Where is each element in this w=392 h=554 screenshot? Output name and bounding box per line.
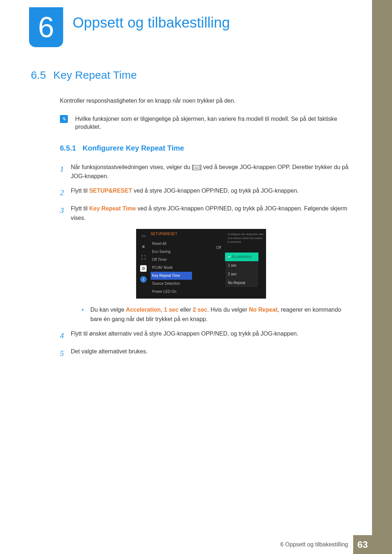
osd-menu: SETUP&RESET Reset All Eco Saving Off Tim… bbox=[148, 231, 192, 296]
opt-accel: Acceleration bbox=[126, 307, 161, 313]
osd-popup: Configure the response rate of a button … bbox=[225, 231, 264, 296]
step2-text-a: Flytt til bbox=[71, 188, 89, 194]
page-number: 63 bbox=[353, 535, 372, 554]
setup-reset-label: SETUP&RESET bbox=[89, 188, 132, 194]
step4-text: Flytt til ønsket alternativ ved å styre … bbox=[71, 329, 350, 342]
osd-item-keyrepeat: Key Repeat Time bbox=[151, 272, 192, 280]
key-repeat-label: Key Repeat Time bbox=[89, 205, 136, 212]
osd-header: SETUP&RESET bbox=[151, 231, 192, 237]
osd-opt-nr: No Repeat bbox=[225, 279, 258, 287]
section-heading: 6.5Key Repeat Time bbox=[31, 69, 350, 81]
section-title: Key Repeat Time bbox=[53, 69, 137, 81]
step-1: 1 Når funksjonstastveiledningen vises, v… bbox=[60, 163, 350, 181]
chapter-number: 6 bbox=[38, 11, 54, 43]
osd-iconbar: ▭ ≡ ⛶ ⚙ i bbox=[138, 231, 148, 296]
osd-item-led: Power LED On bbox=[151, 288, 192, 296]
gear-icon: ⚙ bbox=[140, 265, 147, 272]
menu-icon bbox=[193, 165, 200, 170]
opt-2sec: 2 sec bbox=[193, 307, 207, 313]
osd-item-offtimer: Off Timer bbox=[151, 256, 192, 264]
osd-values: Off bbox=[192, 231, 225, 296]
or-word: eller bbox=[179, 307, 193, 313]
list-icon: ≡ bbox=[140, 243, 147, 250]
step-number: 2 bbox=[60, 186, 71, 199]
footer-label: 6 Oppsett og tilbakestilling bbox=[280, 541, 348, 548]
osd-item-source: Source Detection bbox=[151, 280, 192, 288]
step-5: 5 Det valgte alternativet brukes. bbox=[60, 347, 350, 360]
resize-icon: ⛶ bbox=[140, 254, 147, 261]
osd-description: Configure the response rate of a button … bbox=[228, 233, 264, 244]
osd-item-reset: Reset All bbox=[151, 240, 192, 248]
step-number: 1 bbox=[60, 163, 71, 181]
step-2: 2 Flytt til SETUP&RESET ved å styre JOG-… bbox=[60, 186, 350, 199]
note-block: ✎ Hvilke funksjoner som er tilgjengelige… bbox=[60, 115, 350, 131]
step-number: 3 bbox=[60, 204, 71, 324]
chapter-title: Oppsett og tilbakestilling bbox=[73, 15, 230, 31]
note-icon: ✎ bbox=[60, 115, 68, 123]
step1-text-a: Når funksjonstastveiledningen vises, vel… bbox=[71, 164, 193, 170]
bullet-text-a: Du kan velge bbox=[90, 307, 126, 313]
subsection-number: 6.5.1 bbox=[60, 144, 76, 152]
step3-text-a: Flytt til bbox=[71, 205, 89, 212]
osd-screenshot: ▭ ≡ ⛶ ⚙ i SETUP&RESET Reset All Eco Savi… bbox=[136, 229, 266, 299]
osd-opt-accel: Acceleration bbox=[225, 253, 258, 261]
osd-opt-2s: 2 sec bbox=[225, 270, 258, 279]
osd-opt-1s: 1 sec bbox=[225, 261, 258, 270]
section-number: 6.5 bbox=[31, 69, 46, 81]
subsection-heading: 6.5.1Konfigurere Key Repeat Time bbox=[60, 144, 350, 152]
side-stripe bbox=[372, 0, 392, 554]
step-number: 5 bbox=[60, 347, 71, 360]
page-footer: 6 Oppsett og tilbakestilling 63 bbox=[0, 535, 372, 554]
step-4: 4 Flytt til ønsket alternativ ved å styr… bbox=[60, 329, 350, 342]
chapter-tab: 6 bbox=[29, 7, 63, 47]
osd-item-eco: Eco Saving bbox=[151, 248, 192, 256]
osd-eco-value: Off bbox=[192, 245, 221, 251]
opt-norepeat: No Repeat bbox=[249, 307, 278, 313]
osd-option-panel: Acceleration 1 sec 2 sec No Repeat bbox=[225, 252, 259, 288]
step5-text: Det valgte alternativet brukes. bbox=[71, 347, 350, 360]
subsection-title: Konfigurere Key Repeat Time bbox=[82, 144, 184, 152]
info-icon: i bbox=[140, 276, 147, 283]
step3-bullet: • Du kan velge Acceleration, 1 sec eller… bbox=[82, 305, 350, 324]
section-intro: Kontroller responshastigheten for en kna… bbox=[60, 98, 350, 104]
opt-1sec: 1 sec bbox=[164, 307, 179, 313]
monitor-icon: ▭ bbox=[140, 233, 147, 239]
bullet-text-b: . Hvis du velger bbox=[207, 307, 249, 313]
bullet-icon: • bbox=[82, 305, 90, 324]
step-number: 4 bbox=[60, 329, 71, 342]
comma: , bbox=[161, 307, 164, 313]
osd-item-pcav: PC/AV Mode bbox=[151, 264, 192, 272]
step-3: 3 Flytt til Key Repeat Time ved å styre … bbox=[60, 204, 350, 324]
step2-text-c: ved å styre JOG-knappen OPP/NED, og tryk… bbox=[132, 188, 299, 194]
note-text: Hvilke funksjoner som er tilgjengelige p… bbox=[75, 115, 350, 131]
